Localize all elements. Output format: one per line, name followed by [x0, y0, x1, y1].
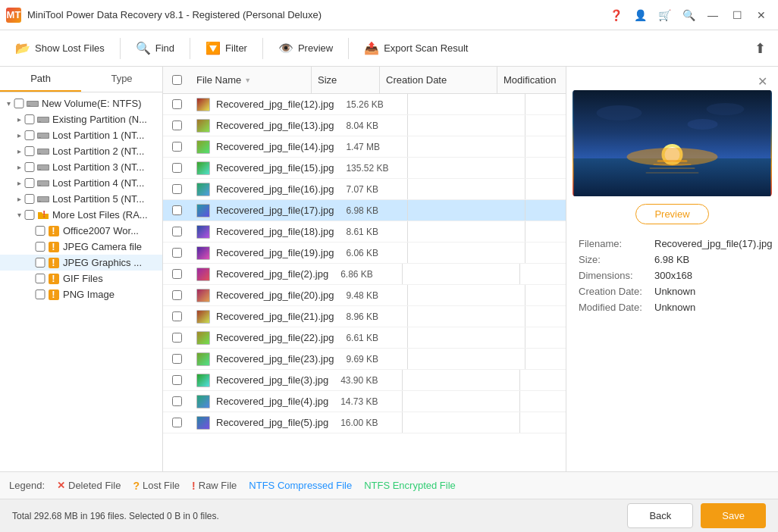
row-checkbox[interactable] [172, 269, 182, 279]
show-lost-files-button[interactable]: 📂 Show Lost Files [6, 36, 114, 60]
row-checkbox[interactable] [172, 418, 182, 427]
table-row[interactable]: Recovered_jpg_file(17).jpg6.98 KB [163, 200, 566, 221]
tree-expand-icon[interactable]: ▾ [14, 211, 24, 219]
tree-item[interactable]: ▸Lost Partition 4 (NT... [0, 175, 162, 191]
row-checkbox[interactable] [172, 375, 182, 385]
search-icon[interactable]: 🔍 [678, 5, 699, 26]
row-checkbox[interactable] [172, 142, 182, 152]
table-row[interactable]: Recovered_jpg_file(15).jpg135.52 KB [163, 158, 566, 179]
cart-icon[interactable]: 🛒 [654, 5, 675, 26]
account-icon[interactable]: 👤 [629, 5, 651, 26]
tree-checkbox[interactable] [24, 114, 35, 124]
row-checkbox[interactable] [172, 248, 182, 258]
table-row[interactable]: Recovered_jpg_file(12).jpg15.26 KB [163, 94, 566, 115]
save-button[interactable]: Save [701, 503, 766, 528]
row-checkbox[interactable] [172, 290, 182, 300]
row-checkbox[interactable] [172, 205, 182, 215]
tree-item[interactable]: !GIF Files [0, 271, 162, 286]
table-row[interactable]: Recovered_jpg_file(16).jpg7.07 KB [163, 179, 566, 200]
tab-path[interactable]: Path [0, 67, 81, 92]
select-all-checkbox[interactable] [172, 75, 182, 85]
row-checkbox[interactable] [172, 311, 182, 321]
table-row[interactable]: Recovered_jpg_file(19).jpg6.06 KB [163, 243, 566, 264]
row-modification [525, 306, 566, 327]
tree-checkbox[interactable] [35, 274, 45, 283]
share-button[interactable]: ⬆ [748, 36, 772, 61]
file-thumbnail [196, 395, 210, 408]
row-checkbox[interactable] [172, 184, 182, 194]
tree-checkbox[interactable] [24, 146, 35, 156]
table-row[interactable]: Recovered_jpg_file(20).jpg9.48 KB [163, 285, 566, 306]
tree-item[interactable]: !PNG Image [0, 286, 162, 302]
table-row[interactable]: Recovered_jpg_file(23).jpg9.69 KB [163, 349, 566, 370]
table-row[interactable]: Recovered_jpg_file(4).jpg14.73 KB [163, 391, 566, 412]
tab-type[interactable]: Type [81, 67, 162, 92]
tree-item[interactable]: ▸Lost Partition 1 (NT... [0, 127, 162, 143]
tree-expand-icon[interactable]: ▸ [14, 147, 24, 155]
file-list-scroll[interactable]: Recovered_jpg_file(12).jpg15.26 KBRecove… [163, 94, 566, 471]
table-row[interactable]: Recovered_jpg_file(21).jpg8.96 KB [163, 306, 566, 327]
filter-button[interactable]: 🔽 Filter [196, 36, 256, 60]
header-modification[interactable]: Modification [497, 67, 566, 93]
tree-item[interactable]: ▸Lost Partition 2 (NT... [0, 143, 162, 159]
tree-checkbox[interactable] [24, 194, 35, 204]
row-checkbox[interactable] [172, 396, 182, 406]
tree-checkbox[interactable] [24, 162, 35, 172]
tree-expand-icon[interactable]: ▸ [14, 115, 24, 124]
maximize-button[interactable]: ☐ [726, 5, 748, 26]
table-row[interactable]: Recovered_jpg_file(18).jpg8.61 KB [163, 221, 566, 243]
row-checkbox[interactable] [172, 333, 182, 343]
preview-action-button[interactable]: Preview [635, 204, 708, 224]
row-size: 43.90 KB [334, 370, 403, 390]
tree-checkbox[interactable] [35, 289, 45, 299]
find-icon: 🔍 [136, 41, 151, 55]
back-button[interactable]: Back [627, 503, 693, 528]
tree-item[interactable]: ▸Lost Partition 5 (NT... [0, 191, 162, 207]
tree-item[interactable]: ▸Lost Partition 3 (NT... [0, 159, 162, 175]
table-row[interactable]: Recovered_jpg_file(14).jpg1.47 MB [163, 136, 566, 158]
header-size[interactable]: Size [312, 67, 380, 93]
tree-item-label: Lost Partition 5 (NT... [52, 193, 144, 205]
table-row[interactable]: Recovered_jpg_file(13).jpg8.04 KB [163, 115, 566, 136]
export-scan-button[interactable]: 📤 Export Scan Result [355, 36, 477, 60]
tree-expand-icon[interactable]: ▾ [3, 99, 14, 108]
tree-checkbox[interactable] [14, 99, 24, 108]
row-checkbox[interactable] [172, 163, 182, 173]
table-row[interactable]: Recovered_jpg_file(3).jpg43.90 KB [163, 370, 566, 391]
header-filename[interactable]: File Name [190, 67, 312, 93]
tree-item[interactable]: !JPEG Camera file [0, 239, 162, 255]
tree-expand-icon[interactable]: ▸ [14, 195, 24, 203]
svg-text:!: ! [52, 274, 55, 284]
tree-item[interactable]: !JPEG Graphics ... [0, 255, 162, 271]
tree-checkbox[interactable] [35, 242, 45, 252]
tree-container[interactable]: ▾New Volume(E: NTFS)▸Existing Partition … [0, 92, 162, 471]
header-creation-date[interactable]: Creation Date [380, 67, 497, 93]
tree-checkbox[interactable] [35, 258, 45, 268]
close-button[interactable]: ✕ [751, 5, 772, 26]
table-row[interactable]: Recovered_jpg_file(5).jpg16.00 KB [163, 412, 566, 433]
tree-checkbox[interactable] [24, 210, 35, 220]
preview-close-button[interactable]: ✕ [753, 73, 772, 90]
tree-item[interactable]: !Office2007 Wor... [0, 223, 162, 239]
row-checkbox[interactable] [172, 120, 182, 130]
tree-expand-icon[interactable]: ▸ [14, 179, 24, 187]
minimize-button[interactable]: — [702, 5, 723, 26]
tree-item[interactable]: ▸Existing Partition (N... [0, 111, 162, 127]
table-row[interactable]: Recovered_jpg_file(22).jpg6.61 KB [163, 327, 566, 349]
tree-expand-icon[interactable]: ▸ [14, 163, 24, 171]
help-icon[interactable]: ❓ [605, 5, 626, 26]
row-checkbox[interactable] [172, 227, 182, 236]
row-checkbox[interactable] [172, 354, 182, 364]
header-check[interactable] [163, 75, 190, 85]
tree-checkbox[interactable] [24, 130, 35, 140]
row-checkbox[interactable] [172, 99, 182, 109]
find-button[interactable]: 🔍 Find [127, 36, 184, 60]
tree-expand-icon[interactable]: ▸ [14, 131, 24, 139]
tree-checkbox[interactable] [35, 226, 45, 236]
tree-item[interactable]: ▾New Volume(E: NTFS) [0, 95, 162, 111]
tree-item[interactable]: ▾!More Lost Files (RA... [0, 207, 162, 223]
table-row[interactable]: Recovered_jpg_file(2).jpg6.86 KB [163, 264, 566, 285]
preview-button-container: Preview [573, 204, 772, 224]
preview-button[interactable]: 👁️ Preview [269, 36, 342, 60]
tree-checkbox[interactable] [24, 178, 35, 188]
